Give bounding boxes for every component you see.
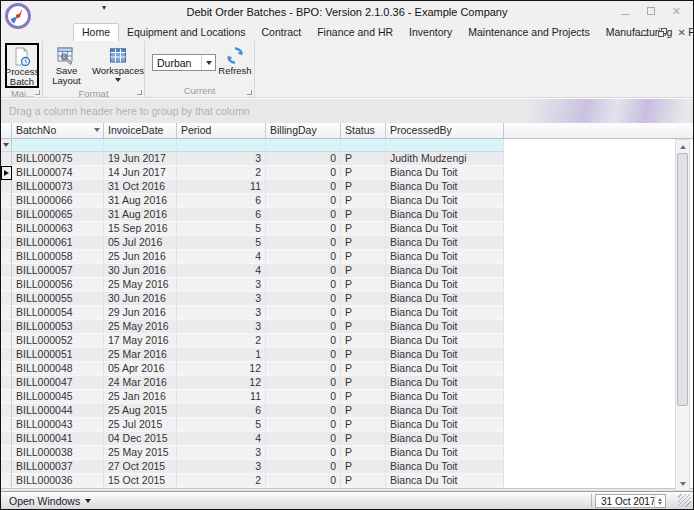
cell-billingday[interactable]: 0 [266,446,341,460]
cell-processedby[interactable]: Bianca Du Toit [386,180,504,194]
tab-equipment-and-locations[interactable]: Equipment and Locations [119,24,254,41]
cell-billingday[interactable]: 0 [266,418,341,432]
cell-billingday[interactable]: 0 [266,292,341,306]
cell-processedby[interactable]: Bianca Du Toit [386,376,504,390]
cell-period[interactable]: 4 [177,432,266,446]
table-row[interactable]: BILL00005730 Jun 201640PBianca Du Toit [1,264,693,278]
cell-period[interactable]: 3 [177,306,266,320]
filter-cell-processedby[interactable] [386,139,504,152]
dialog-launcher-icon[interactable] [137,90,142,95]
scroll-up-icon[interactable] [676,140,689,153]
cell-status[interactable]: P [341,194,386,208]
cell-batchno[interactable]: BILL000045 [12,390,104,404]
cell-processedby[interactable]: Judith Mudzengi [386,152,504,166]
cell-status[interactable]: P [341,446,386,460]
cell-billingday[interactable]: 0 [266,376,341,390]
cell-billingday[interactable]: 0 [266,278,341,292]
cell-invoicedate[interactable]: 05 Apr 2016 [104,362,177,376]
cell-batchno[interactable]: BILL000054 [12,306,104,320]
filter-cell-batchno[interactable] [12,139,104,152]
column-filter-dropdown-icon[interactable] [94,128,100,132]
cell-processedby[interactable]: Bianca Du Toit [386,348,504,362]
tab-home[interactable]: Home [73,23,119,41]
row-indicator-cell[interactable] [1,460,12,474]
cell-status[interactable]: P [341,278,386,292]
cell-billingday[interactable]: 0 [266,404,341,418]
row-indicator-cell[interactable] [1,264,12,278]
cell-billingday[interactable]: 0 [266,348,341,362]
cell-batchno[interactable]: BILL000075 [12,152,104,166]
cell-invoicedate[interactable]: 27 Oct 2015 [104,460,177,474]
cell-invoicedate[interactable]: 30 Jun 2016 [104,292,177,306]
workspaces-button[interactable]: Workspaces [92,43,144,88]
cell-status[interactable]: P [341,348,386,362]
cell-status[interactable]: P [341,152,386,166]
row-indicator-cell[interactable] [1,390,12,404]
table-row[interactable]: BILL00005825 Jun 201640PBianca Du Toit [1,250,693,264]
cell-invoicedate[interactable]: 31 Aug 2016 [104,208,177,222]
cell-billingday[interactable]: 0 [266,264,341,278]
cell-status[interactable]: P [341,222,386,236]
cell-period[interactable]: 12 [177,362,266,376]
table-row[interactable]: BILL00006531 Aug 201660PBianca Du Toit [1,208,693,222]
cell-processedby[interactable]: Bianca Du Toit [386,264,504,278]
row-indicator-cell[interactable] [1,194,12,208]
filter-cell-status[interactable] [341,139,386,152]
row-indicator-cell[interactable] [1,180,12,194]
table-row[interactable]: BILL00005325 May 201630PBianca Du Toit [1,320,693,334]
cell-batchno[interactable]: BILL000074 [12,166,104,180]
cell-processedby[interactable]: Bianca Du Toit [386,278,504,292]
cell-billingday[interactable]: 0 [266,194,341,208]
maximize-icon[interactable] [647,7,655,15]
table-row[interactable]: BILL00006631 Aug 201660PBianca Du Toit [1,194,693,208]
row-indicator-cell[interactable] [1,334,12,348]
cell-invoicedate[interactable]: 25 Mar 2016 [104,348,177,362]
cell-processedby[interactable]: Bianca Du Toit [386,194,504,208]
cell-status[interactable]: P [341,236,386,250]
cell-batchno[interactable]: BILL000043 [12,418,104,432]
table-row[interactable]: BILL00005429 Jun 201630PBianca Du Toit [1,306,693,320]
cell-processedby[interactable]: Bianca Du Toit [386,446,504,460]
table-row[interactable]: BILL00003727 Oct 201530PBianca Du Toit [1,460,693,474]
cell-billingday[interactable]: 0 [266,152,341,166]
cell-period[interactable]: 4 [177,264,266,278]
cell-billingday[interactable]: 0 [266,390,341,404]
mdi-restore-icon[interactable] [658,28,667,37]
resize-grip[interactable] [678,494,691,507]
cell-status[interactable]: P [341,292,386,306]
cell-processedby[interactable]: Bianca Du Toit [386,404,504,418]
table-row[interactable]: BILL00004104 Dec 201540PBianca Du Toit [1,432,693,446]
group-by-panel[interactable]: Drag a column header here to group by th… [1,98,693,123]
cell-batchno[interactable]: BILL000037 [12,460,104,474]
cell-batchno[interactable]: BILL000056 [12,278,104,292]
cell-batchno[interactable]: BILL000044 [12,404,104,418]
open-windows-button[interactable]: Open Windows [9,495,91,507]
table-row[interactable]: BILL00003825 May 201530PBianca Du Toit [1,446,693,460]
cell-invoicedate[interactable]: 29 Jun 2016 [104,306,177,320]
cell-invoicedate[interactable]: 31 Aug 2016 [104,194,177,208]
cell-period[interactable]: 4 [177,250,266,264]
cell-processedby[interactable]: Bianca Du Toit [386,362,504,376]
app-logo-icon[interactable] [5,3,31,29]
cell-batchno[interactable]: BILL000065 [12,208,104,222]
table-row[interactable]: BILL00005625 May 201630PBianca Du Toit [1,278,693,292]
row-indicator-cell[interactable] [1,376,12,390]
cell-status[interactable]: P [341,390,386,404]
cell-invoicedate[interactable]: 31 Oct 2016 [104,180,177,194]
mdi-close-icon[interactable]: ✕ [678,28,686,37]
filter-cell-period[interactable] [177,139,266,152]
cell-billingday[interactable]: 0 [266,250,341,264]
table-row[interactable]: BILL00007331 Oct 2016110PBianca Du Toit [1,180,693,194]
cell-invoicedate[interactable]: 04 Dec 2015 [104,432,177,446]
cell-invoicedate[interactable]: 25 Jun 2016 [104,250,177,264]
cell-billingday[interactable]: 0 [266,180,341,194]
cell-status[interactable]: P [341,460,386,474]
cell-status[interactable]: P [341,264,386,278]
filter-cell-invoicedate[interactable] [104,139,177,152]
table-row[interactable]: BILL00007414 Jun 201720PBianca Du Toit [1,166,693,180]
cell-period[interactable]: 2 [177,474,266,488]
cell-billingday[interactable]: 0 [266,222,341,236]
minimize-icon[interactable] [621,14,630,15]
cell-batchno[interactable]: BILL000073 [12,180,104,194]
table-row[interactable]: BILL00005217 May 201620PBianca Du Toit [1,334,693,348]
